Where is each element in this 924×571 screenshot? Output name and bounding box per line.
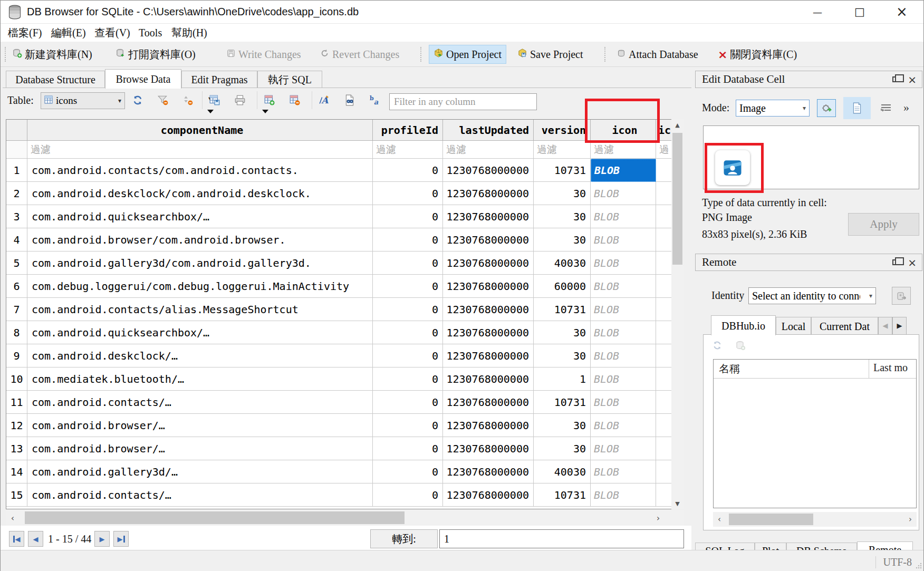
cell-lastUpdated[interactable]: 1230768000000	[443, 205, 534, 228]
cell-componentName[interactable]: com.debug.loggerui/com.debug.loggerui.Ma…	[27, 275, 373, 298]
cell-lastUpdated[interactable]: 1230768000000	[443, 182, 534, 205]
cell-componentName[interactable]: com.mediatek.bluetooth/…	[27, 367, 373, 391]
font-settings-button[interactable]: A	[316, 92, 333, 109]
cell-version[interactable]: 30	[534, 228, 591, 251]
cell-lastUpdated[interactable]: 1230768000000	[443, 483, 534, 507]
cell-componentName[interactable]: com.android.browser/com.android.browser.	[27, 228, 373, 251]
scrollbar-thumb[interactable]	[25, 511, 405, 524]
filter-input-componentName[interactable]	[27, 141, 372, 158]
cell-version[interactable]: 30	[534, 344, 591, 367]
cell-partial[interactable]	[656, 321, 671, 344]
cell-icon[interactable]: BLOB	[591, 483, 656, 507]
goto-button[interactable]: 轉到:	[370, 529, 438, 548]
save-project-button[interactable]: Save Project	[513, 45, 588, 64]
cell-lastUpdated[interactable]: 1230768000000	[443, 344, 534, 367]
delete-record-button[interactable]	[286, 92, 303, 109]
cell-componentName[interactable]: com.android.contacts/com.android.contact…	[27, 159, 373, 182]
row-number[interactable]: 5	[6, 251, 27, 275]
close-panel-icon[interactable]: ×	[908, 258, 917, 267]
row-number[interactable]: 2	[6, 182, 27, 205]
find-in-cells-button[interactable]	[341, 92, 358, 109]
last-record-button[interactable]: ▶	[113, 531, 129, 547]
remote-clone-database-icon[interactable]	[735, 340, 746, 353]
cell-profileId[interactable]: 0	[373, 437, 443, 460]
cell-partial[interactable]	[656, 298, 671, 321]
cell-partial[interactable]	[656, 460, 671, 483]
filter-input-lastUpdated[interactable]	[443, 141, 533, 158]
print-button[interactable]	[232, 92, 248, 109]
remote-list-header-name[interactable]: 名稱	[714, 360, 869, 378]
row-number[interactable]: 8	[6, 321, 27, 344]
cell-componentName[interactable]: com.android.browser/…	[27, 414, 373, 437]
word-wrap-icon[interactable]	[877, 100, 895, 117]
cell-profileId[interactable]: 0	[373, 159, 443, 182]
scroll-up-icon[interactable]: ▲	[671, 119, 684, 131]
row-number[interactable]: 12	[6, 414, 27, 437]
cell-partial[interactable]	[656, 228, 671, 251]
cell-icon[interactable]: BLOB	[591, 275, 656, 298]
cell-partial[interactable]	[656, 251, 671, 275]
new-database-button[interactable]: 新建資料庫(N)	[8, 45, 97, 64]
identity-combobox[interactable]: Select an identity to conne ▾	[748, 287, 876, 304]
previous-record-button[interactable]: ◀	[28, 531, 43, 547]
open-project-button[interactable]: Open Project	[429, 45, 506, 64]
cell-icon[interactable]: BLOB	[591, 367, 656, 391]
remote-horizontal-scrollbar[interactable]: ‹ ›	[713, 512, 917, 527]
clear-filters-button[interactable]	[155, 92, 171, 109]
menu-file[interactable]: 檔案(F)	[5, 26, 45, 40]
cell-profileId[interactable]: 0	[373, 321, 443, 344]
cell-partial[interactable]	[656, 437, 671, 460]
tab-scroll-left-icon[interactable]: ◀	[878, 317, 892, 335]
apply-button[interactable]: Apply	[848, 213, 919, 236]
column-header-version[interactable]: version	[534, 120, 591, 141]
cell-icon[interactable]: BLOB	[591, 205, 656, 228]
cell-lastUpdated[interactable]: 1230768000000	[443, 414, 534, 437]
cell-partial[interactable]	[656, 275, 671, 298]
cell-partial[interactable]	[656, 182, 671, 205]
column-header-partial[interactable]: ic	[656, 120, 671, 141]
resize-grip[interactable]	[916, 563, 922, 569]
cell-lastUpdated[interactable]: 1230768000000	[443, 275, 534, 298]
cell-version[interactable]: 10731	[534, 298, 591, 321]
cell-icon[interactable]: BLOB	[591, 391, 656, 414]
remote-tab-dbhub[interactable]: DBHub.io	[711, 315, 776, 335]
cell-version[interactable]: 40030	[534, 251, 591, 275]
row-number[interactable]: 10	[6, 367, 27, 391]
cell-icon[interactable]: BLOB	[591, 182, 656, 205]
scroll-left-icon[interactable]: ‹	[713, 512, 726, 527]
cell-icon[interactable]: BLOB	[591, 414, 656, 437]
cell-profileId[interactable]: 0	[373, 298, 443, 321]
cell-componentName[interactable]: com.android.gallery3d/…	[27, 460, 373, 483]
import-data-button[interactable]	[817, 99, 836, 117]
cell-componentName[interactable]: com.android.contacts/alias.MessageShortc…	[27, 298, 373, 321]
save-results-dropdown-arrow[interactable]	[207, 110, 214, 113]
cell-version[interactable]: 1	[534, 367, 591, 391]
scrollbar-thumb[interactable]	[672, 133, 682, 265]
menu-edit[interactable]: 編輯(E)	[48, 26, 89, 40]
tab-browse-data[interactable]: Browse Data	[105, 69, 181, 89]
column-header-profileId[interactable]: profileId	[373, 120, 443, 141]
remote-refresh-icon[interactable]	[712, 340, 723, 353]
cell-version[interactable]: 60000	[534, 275, 591, 298]
cell-version[interactable]: 10731	[534, 483, 591, 507]
manage-identities-button[interactable]	[892, 287, 911, 305]
filter-input-profileId[interactable]	[373, 141, 442, 158]
cell-componentName[interactable]: com.android.quicksearchbox/…	[27, 205, 373, 228]
open-database-button[interactable]: 打開資料庫(O)	[111, 45, 200, 64]
remote-list-header-modified[interactable]: Last mo	[869, 360, 916, 378]
scroll-right-icon[interactable]: ›	[904, 512, 917, 527]
cell-version[interactable]: 10731	[534, 159, 591, 182]
revert-changes-button[interactable]: Revert Changes	[316, 45, 403, 64]
document-view-button[interactable]	[843, 97, 871, 119]
cell-version[interactable]: 10731	[534, 391, 591, 414]
more-buttons-chevron[interactable]: »	[903, 101, 909, 114]
cell-profileId[interactable]: 0	[373, 460, 443, 483]
filter-input-icon[interactable]	[591, 141, 656, 158]
filter-input-partial[interactable]	[656, 141, 671, 158]
cell-componentName[interactable]: com.android.browser/…	[27, 437, 373, 460]
maximize-button[interactable]: □	[843, 1, 876, 23]
cell-lastUpdated[interactable]: 1230768000000	[443, 228, 534, 251]
cell-lastUpdated[interactable]: 1230768000000	[443, 460, 534, 483]
remote-tab-current-database[interactable]: Current Dat	[811, 317, 878, 335]
cell-version[interactable]: 30	[534, 321, 591, 344]
